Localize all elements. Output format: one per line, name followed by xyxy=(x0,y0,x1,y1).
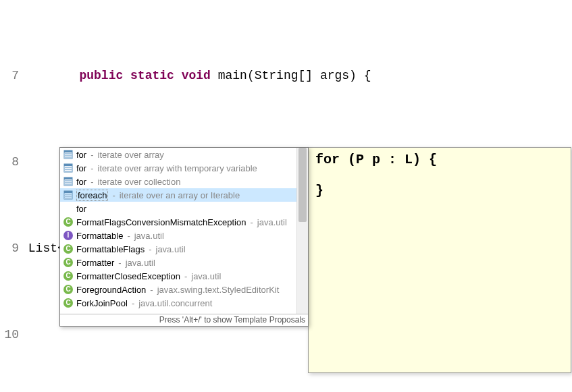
content-assist-item[interactable]: for-iterate over array xyxy=(60,148,308,161)
proposal-desc: javax.swing.text.StyledEditorKit xyxy=(157,285,280,295)
interface-icon: I xyxy=(63,230,74,241)
gutter-number: 10 xyxy=(0,324,21,345)
svg-rect-16 xyxy=(64,191,72,193)
proposal-desc: iterate over array with temporary variab… xyxy=(98,163,257,173)
svg-rect-8 xyxy=(64,169,72,170)
content-assist-item[interactable]: CFormatFlagsConversionMismatchException-… xyxy=(60,215,308,229)
class-icon: C xyxy=(63,298,74,308)
proposal-desc: java.util xyxy=(156,244,186,254)
svg-rect-7 xyxy=(64,167,72,168)
content-assist-item[interactable]: CFormattableFlags-java.util xyxy=(60,242,308,256)
proposal-desc: iterate over collection xyxy=(98,177,181,187)
proposal-label: foreach xyxy=(76,190,108,201)
svg-rect-14 xyxy=(64,184,72,186)
svg-rect-9 xyxy=(64,171,72,172)
class-icon: C xyxy=(63,257,74,268)
gutter-number: 7 xyxy=(0,65,21,86)
class-icon: C xyxy=(63,271,74,281)
content-assist-item[interactable]: IFormattable-java.util xyxy=(60,229,308,242)
proposal-desc: iterate over array xyxy=(98,150,164,160)
template-icon xyxy=(63,176,74,187)
template-icon xyxy=(63,190,74,200)
proposal-label: FormatFlagsConversionMismatchException xyxy=(76,217,246,227)
content-assist-item[interactable]: for-iterate over collection xyxy=(60,175,308,188)
proposal-label: ForegroundAction xyxy=(76,285,146,295)
template-icon xyxy=(63,163,74,173)
scrollbar[interactable] xyxy=(296,148,308,314)
class-icon: C xyxy=(63,284,74,295)
proposal-label: for xyxy=(76,204,86,214)
blank-icon xyxy=(63,203,74,214)
content-assist-list[interactable]: for-iterate over arrayfor-iterate over a… xyxy=(60,148,308,314)
proposal-label: FormatterClosedException xyxy=(76,271,180,281)
proposal-label: for xyxy=(76,177,86,187)
proposal-desc: java.util xyxy=(191,271,221,281)
content-assist-item[interactable]: foreach-iterate over an array or Iterabl… xyxy=(60,188,308,202)
template-preview-panel: for (P p : L) { } xyxy=(308,147,571,373)
content-assist-popup[interactable]: for-iterate over arrayfor-iterate over a… xyxy=(59,147,309,327)
svg-rect-12 xyxy=(64,180,72,181)
proposal-label: Formattable xyxy=(76,231,123,241)
proposal-label: ForkJoinPool xyxy=(76,298,128,308)
proposal-desc: java.util.concurrent xyxy=(138,298,212,308)
class-icon: C xyxy=(63,244,74,254)
proposal-desc: java.util xyxy=(134,231,164,241)
proposal-desc: java.util xyxy=(257,217,287,227)
proposal-label: FormattableFlags xyxy=(76,244,145,254)
svg-rect-11 xyxy=(64,177,72,179)
svg-rect-19 xyxy=(64,198,72,199)
svg-rect-13 xyxy=(64,182,72,184)
content-assist-item[interactable]: CFormatterClosedException-java.util xyxy=(60,269,308,283)
svg-rect-18 xyxy=(64,196,72,197)
proposal-label: Formatter xyxy=(76,258,114,268)
proposal-label: for xyxy=(76,163,86,173)
svg-rect-2 xyxy=(64,153,72,155)
content-assist-item[interactable]: CFormatter-java.util xyxy=(60,256,308,269)
code-line: 7 public static void main(String[] args)… xyxy=(0,65,572,86)
template-icon xyxy=(63,149,74,160)
content-assist-item[interactable]: for-iterate over array with temporary va… xyxy=(60,161,308,175)
gutter-number: 8 xyxy=(0,151,21,173)
class-icon: C xyxy=(63,217,74,227)
scrollbar-thumb[interactable] xyxy=(298,148,307,222)
svg-rect-3 xyxy=(64,155,72,157)
svg-rect-1 xyxy=(64,150,72,152)
proposal-desc: java.util xyxy=(126,258,155,268)
content-assist-footer: Press 'Alt+/' to show Template Proposals xyxy=(60,314,308,326)
proposal-label: for xyxy=(76,150,86,160)
content-assist-item[interactable]: CForegroundAction-javax.swing.text.Style… xyxy=(60,283,308,296)
svg-rect-17 xyxy=(64,194,72,195)
svg-rect-4 xyxy=(64,157,72,159)
gutter-number: 9 xyxy=(0,237,21,259)
proposal-desc: iterate over an array or Iterable xyxy=(120,190,240,200)
content-assist-item[interactable]: for xyxy=(60,202,308,215)
svg-rect-6 xyxy=(64,164,72,166)
content-assist-item[interactable]: CForkJoinPool-java.util.concurrent xyxy=(60,296,308,310)
